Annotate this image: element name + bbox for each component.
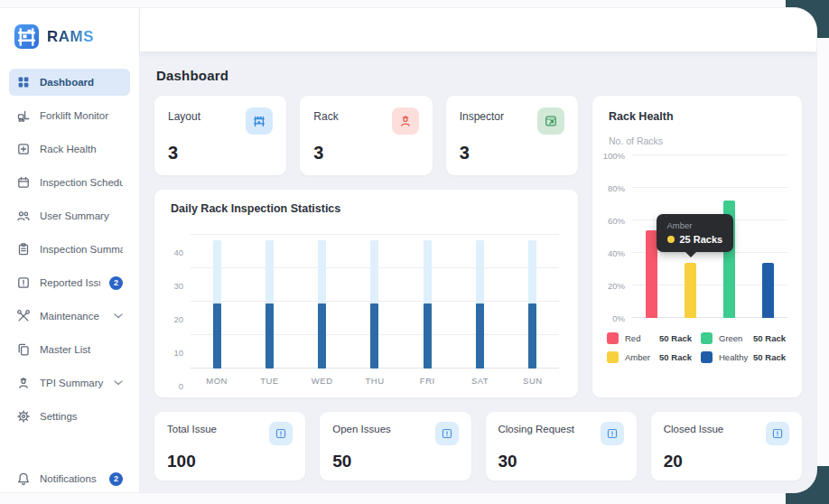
x-axis-label: FRI	[401, 376, 453, 386]
rams-logo-icon	[14, 24, 39, 49]
y-axis-tick: 0	[179, 381, 183, 391]
x-axis-label: MON	[191, 376, 243, 386]
sidebar-item-reported-issues[interactable]: Reported Issues2	[9, 269, 130, 296]
x-axis-label: SAT	[453, 376, 506, 386]
legend-label: Red	[625, 333, 659, 343]
top-bar	[140, 8, 816, 51]
inspection-value-bar	[265, 303, 274, 369]
app-logo: RAMS	[9, 24, 130, 49]
tooltip-value: 25 Racks	[680, 234, 723, 245]
sidebar-item-inspection-summary[interactable]: Inspection Summary	[9, 236, 130, 263]
y-axis-tick: 40%	[608, 248, 625, 258]
sidebar-item-label: Rack Health	[40, 144, 123, 154]
app-window: RAMS DashboardForklift MonitorRack Healt…	[0, 7, 817, 493]
page-title: Dashboard	[156, 68, 802, 83]
notification-count-badge: 2	[109, 276, 123, 290]
forklift-icon	[16, 108, 31, 123]
healthy-bar	[762, 263, 774, 318]
tooltip-series-dot	[667, 236, 675, 243]
rack-health-ylabel: No. of Racks	[609, 135, 787, 146]
issue-card-closing-request: Closing Request30	[486, 412, 637, 481]
sidebar: RAMS DashboardForklift MonitorRack Healt…	[0, 8, 140, 492]
inspection-value-bar	[318, 303, 326, 369]
tooltip-label: Amber	[667, 220, 723, 230]
issue-card-open-issues: Open Issues50	[320, 412, 470, 481]
sidebar-bottom: Notifications2	[9, 465, 130, 493]
issue-card-row: Total Issue100Open Issues50Closing Reque…	[154, 412, 802, 481]
sidebar-item-label: Notifications	[40, 473, 100, 484]
sidebar-item-forklift-monitor[interactable]: Forklift Monitor	[9, 102, 130, 129]
stat-card-label: Rack	[313, 107, 338, 123]
bar-slot-thu	[349, 235, 401, 369]
chevron-down-icon[interactable]	[114, 380, 123, 386]
stat-card-value: 3	[460, 144, 564, 162]
stat-card-value: 3	[313, 144, 418, 162]
chart-tooltip: Amber25 Racks	[657, 214, 734, 252]
legend-value: 50 Rack	[659, 352, 692, 362]
legend-label: Amber	[625, 352, 659, 362]
sidebar-item-master-list[interactable]: Master List	[9, 336, 130, 363]
sidebar-item-tpi-summary[interactable]: TPI Summary	[9, 369, 130, 397]
inspector-person-icon	[392, 107, 419, 135]
issue-card-label: Open Issues	[332, 422, 391, 434]
rack-health-card: Rack Health No. of Racks 0%20%40%60%80%1…	[592, 96, 802, 397]
sidebar-item-label: User Summary	[40, 210, 123, 221]
inspection-value-bar	[528, 303, 536, 369]
copy-icon	[16, 342, 31, 357]
rack-health-icon	[16, 142, 31, 156]
stat-card-layout: Layout3	[154, 96, 286, 175]
bar-slot-healthy	[749, 155, 787, 318]
issue-card-value: 20	[664, 453, 789, 470]
x-axis-label: SUN	[507, 376, 559, 386]
sidebar-item-rack-health[interactable]: Rack Health	[9, 135, 130, 163]
bar-slot-sat	[453, 235, 506, 369]
issue-card-value: 100	[167, 453, 293, 470]
y-axis-tick: 20%	[608, 281, 625, 291]
sidebar-nav: DashboardForklift MonitorRack HealthInsp…	[9, 69, 130, 430]
y-axis-tick: 10	[173, 348, 183, 358]
stat-card-rack: Rack3	[300, 96, 432, 175]
report-issue-icon	[16, 275, 31, 290]
daily-chart-title: Daily Rack Inspection Statistics	[171, 202, 562, 215]
daily-inspection-chart-card: Daily Rack Inspection Statistics 0102030…	[154, 190, 578, 397]
sidebar-item-maintenance[interactable]: Maintenance	[9, 303, 130, 330]
tpi-person-icon	[16, 376, 31, 390]
bar-slot-tue	[243, 235, 295, 369]
legend-value: 50 Rack	[753, 333, 786, 343]
issue-card-closed-issue: Closed Issue20	[651, 412, 802, 481]
sidebar-item-label: Inspection Schedule	[40, 177, 123, 188]
sidebar-item-label: Reported Issues	[40, 277, 100, 288]
legend-value: 50 Rack	[659, 333, 692, 343]
inspection-value-bar	[370, 303, 378, 369]
sidebar-item-settings[interactable]: Settings	[9, 403, 130, 430]
legend-item-healthy: Healthy50 Rack	[701, 351, 786, 363]
stat-card-value: 3	[168, 144, 273, 162]
tools-icon	[16, 309, 31, 323]
clipboard-icon	[16, 242, 31, 257]
legend-label: Green	[719, 333, 753, 343]
issue-card-value: 30	[498, 453, 624, 470]
chevron-down-icon[interactable]	[114, 313, 123, 319]
legend-item-amber: Amber50 Rack	[607, 351, 692, 363]
sidebar-item-inspection-schedule[interactable]: Inspection Schedule	[9, 169, 130, 196]
y-axis-tick: 100%	[603, 151, 625, 161]
legend-swatch	[701, 332, 713, 344]
bar-slot-mon	[191, 235, 243, 369]
sidebar-item-label: Maintenance	[40, 311, 105, 322]
daily-chart-x-labels: MONTUEWEDTHUFRISATSUN	[191, 376, 559, 386]
sidebar-item-label: TPI Summary	[40, 378, 105, 388]
sidebar-item-user-summary[interactable]: User Summary	[9, 202, 130, 229]
y-axis-tick: 30	[173, 281, 183, 291]
issue-card-label: Closed Issue	[664, 422, 723, 434]
rack-chart-plot: Amber25 Racks	[632, 155, 787, 318]
rack-chart-y-axis: 0%20%40%60%80%100%	[605, 155, 632, 318]
sidebar-item-notifications[interactable]: Notifications2	[9, 465, 130, 492]
issue-card-label: Closing Request	[498, 422, 574, 434]
issue-card-total-issue: Total Issue100	[154, 412, 305, 481]
report-issue-icon	[601, 422, 624, 445]
sidebar-item-dashboard[interactable]: Dashboard	[9, 69, 130, 96]
legend-label: Healthy	[719, 352, 753, 362]
issue-card-value: 50	[332, 453, 458, 470]
dashboard-icon	[16, 75, 31, 89]
sidebar-item-label: Forklift Monitor	[40, 110, 123, 121]
